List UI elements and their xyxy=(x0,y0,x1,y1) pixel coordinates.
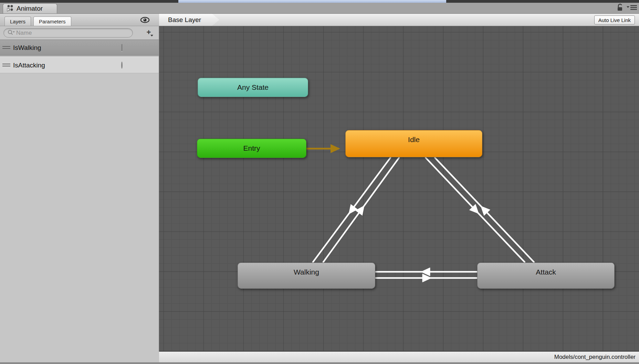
animator-tab-label: Animator xyxy=(17,5,43,12)
top-window-strip xyxy=(0,0,639,3)
breadcrumb-base-layer[interactable]: Base Layer xyxy=(159,14,220,26)
transition-walking-idle xyxy=(323,157,399,263)
auto-live-link-button[interactable]: Auto Live Link xyxy=(594,15,635,24)
parameters-panel: + IsWalking IsAttacking xyxy=(0,26,159,362)
search-field[interactable] xyxy=(3,28,133,38)
state-node-any-state[interactable]: Any State xyxy=(198,78,308,97)
transition-attack-idle xyxy=(434,157,534,263)
transition-entry-idle xyxy=(306,144,340,153)
plus-caret-icon xyxy=(150,35,153,36)
state-label: Walking xyxy=(294,268,319,276)
state-label: Any State xyxy=(237,83,269,92)
state-node-entry[interactable]: Entry xyxy=(197,139,306,158)
parameter-row-iswalking[interactable]: IsWalking xyxy=(0,40,159,56)
search-row: + xyxy=(0,26,159,40)
transition-idle-walking xyxy=(313,157,391,263)
graph-toolbar: Base Layer Auto Live Link xyxy=(159,14,639,26)
state-node-idle[interactable]: Idle xyxy=(345,130,482,157)
drag-handle-icon[interactable] xyxy=(2,64,10,67)
status-bar: Models/cont_penguin.controller xyxy=(0,352,639,362)
controller-asset-path: Models/cont_penguin.controller xyxy=(554,354,636,361)
drag-handle-icon[interactable] xyxy=(2,46,10,50)
status-bar-left xyxy=(0,352,159,362)
bool-checkbox[interactable] xyxy=(121,45,123,51)
trigger-radio[interactable] xyxy=(121,62,123,68)
transition-wires xyxy=(159,26,639,352)
context-menu-icon[interactable] xyxy=(627,5,637,12)
animator-icon xyxy=(6,4,14,13)
tab-layers-label: Layers xyxy=(10,19,25,24)
eye-icon[interactable] xyxy=(140,17,150,25)
breadcrumb-label: Base Layer xyxy=(168,16,201,24)
add-parameter-button[interactable]: + xyxy=(144,29,154,37)
state-label: Attack xyxy=(536,268,556,276)
animator-window-tab[interactable]: Animator xyxy=(3,3,57,13)
search-icon xyxy=(7,29,15,37)
transition-walking-attack xyxy=(375,274,477,282)
parameter-name: IsWalking xyxy=(13,44,41,52)
toolbar-row: Layers Parameters Base Layer Auto Live L… xyxy=(0,14,639,26)
tab-layers[interactable]: Layers xyxy=(4,17,31,26)
bottom-window-edge xyxy=(0,362,639,364)
search-input[interactable] xyxy=(16,30,119,36)
parameter-name: IsAttacking xyxy=(13,62,45,69)
state-label: Idle xyxy=(408,136,420,144)
transition-idle-attack xyxy=(425,157,525,263)
transition-attack-walking xyxy=(375,268,477,276)
auto-live-link-label: Auto Live Link xyxy=(598,17,631,23)
window-header: Animator xyxy=(0,3,639,14)
state-machine-canvas[interactable]: Any State Entry Idle Walking Attack xyxy=(159,26,639,352)
background-window-strip xyxy=(178,0,446,3)
tab-parameters-label: Parameters xyxy=(39,19,66,24)
status-bar-right: Models/cont_penguin.controller xyxy=(159,352,639,362)
state-node-walking[interactable]: Walking xyxy=(238,263,375,289)
lock-icon[interactable] xyxy=(616,3,624,13)
panel-tabbar: Layers Parameters xyxy=(0,14,159,26)
tab-parameters[interactable]: Parameters xyxy=(33,17,71,26)
state-node-attack[interactable]: Attack xyxy=(477,263,615,289)
parameter-row-isattacking[interactable]: IsAttacking xyxy=(0,57,159,73)
parameter-list: IsWalking IsAttacking xyxy=(0,40,159,73)
state-label: Entry xyxy=(243,144,260,152)
